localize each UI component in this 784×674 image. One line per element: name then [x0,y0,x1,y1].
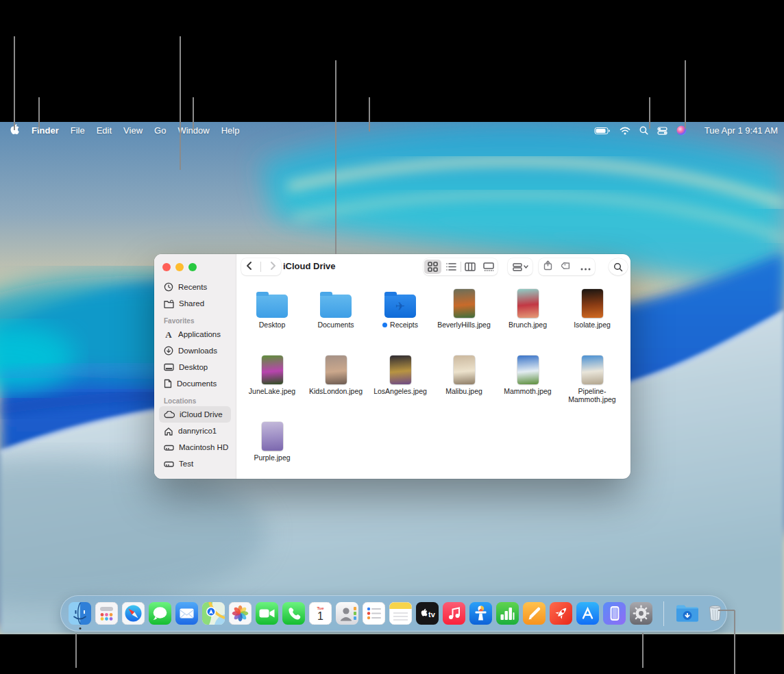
file-losangeles-jpeg[interactable]: LosAngeles.jpeg [369,353,431,395]
sidebar-item-applications[interactable]: AApplications [159,326,231,342]
file-kidslondon-jpeg[interactable]: KidsLondon.jpeg [305,353,367,395]
running-indicator [79,627,81,629]
dock-mail[interactable] [175,602,198,625]
search-button[interactable] [609,258,628,275]
file-grid: DesktopDocuments✈ReceiptsBeverlyHills.jp… [236,279,630,479]
dock-photos[interactable] [229,602,252,625]
menu-finder[interactable]: Finder [32,125,59,136]
dock-maps[interactable] [202,602,225,625]
dock-reminders[interactable] [363,602,385,625]
gallery-view-button[interactable] [480,260,497,274]
sidebar-item-shared[interactable]: Shared [159,295,231,312]
file-label: Mammoth.jpeg [504,387,551,395]
finder-window[interactable]: RecentsSharedFavoritesAApplicationsDownl… [154,254,630,479]
top-black-band [0,0,784,122]
sidebar-item-downloads[interactable]: Downloads [159,342,231,359]
file-documents[interactable]: Documents [305,286,367,329]
sidebar-item-label: Test [179,460,193,468]
sidebar-item-recents[interactable]: Recents [159,279,231,295]
sidebar-item-documents[interactable]: Documents [159,375,231,392]
close-window-button[interactable] [162,263,171,271]
file-beverlyhills-jpeg[interactable]: BeverlyHills.jpeg [433,286,495,329]
icon-view-button[interactable] [424,260,441,274]
minimize-window-button[interactable] [175,263,184,271]
sidebar-item-icloud-drive[interactable]: iCloud Drive [159,406,231,423]
dock-numbers[interactable] [496,602,519,625]
dock-system-settings[interactable] [630,602,652,625]
file-mammoth-jpeg[interactable]: Mammoth.jpeg [497,353,559,395]
siri-icon[interactable] [676,125,687,136]
file-purple-jpeg[interactable]: Purple.jpeg [241,419,303,462]
file-malibu-jpeg[interactable]: Malibu.jpeg [433,353,495,395]
file-label: LosAngeles.jpeg [373,387,427,395]
menu-bar-clock[interactable]: Tue Apr 1 9:41 AM [705,125,778,136]
dock-tv[interactable]: tv [416,602,439,625]
forward-button[interactable] [270,261,277,273]
menu-edit[interactable]: Edit [97,125,112,136]
apple-menu[interactable] [8,123,20,138]
sidebar-item-test[interactable]: Test [159,455,231,472]
file-isolate-jpeg[interactable]: Isolate.jpeg [561,286,623,329]
dock-facetime[interactable] [256,602,278,625]
image-thumbnail [517,355,539,384]
sidebar-item-desktop[interactable]: Desktop [159,359,231,375]
dock-app-store[interactable] [576,602,599,625]
clock-icon [164,282,173,292]
airplane-glyph: ✈ [384,295,416,318]
menu-window[interactable]: Window [177,125,209,136]
folder-icon [256,295,288,318]
back-button[interactable] [245,261,252,273]
sidebar-item-dannyrico1[interactable]: dannyrico1 [159,423,231,439]
dock-contacts[interactable] [336,602,358,625]
image-thumbnail [454,289,475,318]
group-by-button[interactable] [508,258,532,275]
tags-icon[interactable] [561,261,572,273]
file-desktop[interactable]: Desktop [241,286,303,329]
file-label: Pipeline-Mammoth.jpeg [561,387,623,403]
home-icon [164,427,173,436]
more-icon[interactable] [580,261,591,273]
dock-phone[interactable] [282,602,305,625]
control-center-icon[interactable] [657,127,667,135]
sidebar-section-header: Favorites [154,312,236,326]
column-view-button[interactable] [461,260,478,274]
list-view-button[interactable] [443,260,460,274]
menu-view[interactable]: View [123,125,143,136]
wifi-icon[interactable] [620,127,630,135]
file-brunch-jpeg[interactable]: Brunch.jpeg [497,286,559,329]
dock-pages[interactable] [523,602,546,625]
file-label: Receipts [390,321,418,329]
search-icon[interactable] [639,126,648,135]
action-buttons [539,258,595,275]
dock-games[interactable] [550,602,572,625]
file-receipts[interactable]: ✈Receipts [369,286,431,329]
file-label: Isolate.jpeg [574,321,611,329]
dock-trash[interactable] [704,602,726,625]
dock-safari[interactable] [122,602,145,625]
dock-separator [663,601,664,626]
sidebar-item-macintosh-hd[interactable]: Macintosh HD [159,439,231,455]
file-label: Documents [317,321,354,329]
image-thumbnail [262,422,283,451]
dock-iphone-mirroring[interactable] [603,602,626,625]
menu-file[interactable]: File [71,125,85,136]
menu-help[interactable]: Help [221,125,240,136]
dock-downloads[interactable] [675,602,700,625]
file-junelake-jpeg[interactable]: JuneLake.jpeg [241,353,303,395]
image-thumbnail [262,355,283,384]
share-icon[interactable] [543,260,552,273]
zoom-window-button[interactable] [188,263,197,271]
dock-notes[interactable] [389,602,412,625]
dock-finder[interactable] [69,602,91,625]
file-label: JuneLake.jpeg [249,387,295,395]
view-switcher [424,258,498,275]
hard-drive-icon [164,460,174,468]
dock-apps[interactable] [95,602,118,625]
dock-keynote[interactable] [469,602,492,625]
dock-messages[interactable] [149,602,171,625]
menu-go[interactable]: Go [154,125,166,136]
file-pipeline-mammoth-jpeg[interactable]: Pipeline-Mammoth.jpeg [561,353,623,403]
battery-icon[interactable] [594,127,611,135]
dock-calendar[interactable]: Tue1 [309,602,332,625]
dock-music[interactable] [443,602,465,625]
